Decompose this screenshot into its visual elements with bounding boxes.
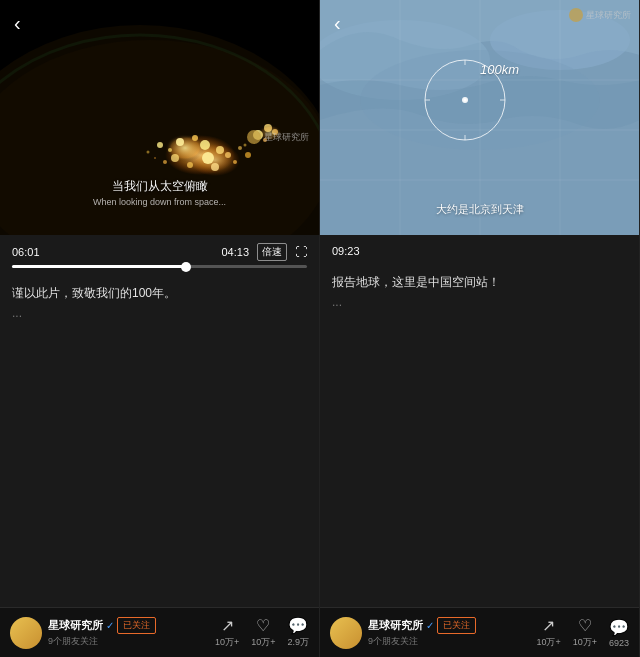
map-svg [320, 0, 639, 235]
left-action-icons: ↗ 10万+ ♡ 10万+ 💬 2.9万 [215, 616, 309, 649]
left-back-button[interactable]: ‹ [14, 12, 21, 35]
left-comment-icon: 💬 [288, 616, 308, 635]
left-verified-icon: ✓ [106, 620, 114, 631]
right-video-area[interactable]: 100km 星球研究所 大约是北京到天津 [320, 0, 639, 235]
right-author-avatar[interactable] [330, 617, 362, 649]
left-share-count: 10万+ [215, 636, 239, 649]
left-comment-count: 2.9万 [287, 636, 309, 649]
right-km-label: 100km [480, 62, 519, 77]
svg-point-11 [200, 140, 210, 150]
right-timestamp-area: 09:23 [320, 235, 639, 263]
left-progress-track[interactable] [12, 265, 307, 268]
right-author-name-row: 星球研究所 ✓ 已关注 [368, 617, 476, 634]
right-time-current: 09:23 [332, 245, 360, 257]
svg-point-8 [168, 148, 172, 152]
svg-point-10 [192, 135, 198, 141]
left-author-avatar[interactable] [10, 617, 42, 649]
right-verified-icon: ✓ [426, 620, 434, 631]
right-author-info: 星球研究所 ✓ 已关注 9个朋友关注 [368, 617, 476, 648]
left-subtitle-en: When looking down from space... [0, 197, 319, 207]
left-subtitle-zh: 当我们从太空俯瞰 [0, 178, 319, 195]
left-author-info: 星球研究所 ✓ 已关注 9个朋友关注 [48, 617, 156, 648]
left-author-name: 星球研究所 [48, 618, 103, 633]
right-author-section: 星球研究所 ✓ 已关注 9个朋友关注 [330, 617, 536, 649]
left-share-action[interactable]: ↗ 10万+ [215, 616, 239, 649]
left-like-icon: ♡ [256, 616, 270, 635]
right-like-action[interactable]: ♡ 10万+ [573, 616, 597, 649]
right-share-icon: ↗ [542, 616, 555, 635]
left-progress-thumb[interactable] [181, 262, 191, 272]
right-author-name: 星球研究所 [368, 618, 423, 633]
svg-point-28 [154, 157, 156, 159]
right-watermark-text: 星球研究所 [586, 9, 631, 22]
left-like-count: 10万+ [251, 636, 275, 649]
right-comment-icon: 💬 [609, 618, 629, 637]
right-panel: ‹ [320, 0, 640, 657]
svg-point-12 [216, 146, 224, 154]
svg-point-20 [238, 146, 242, 150]
right-back-button[interactable]: ‹ [334, 12, 341, 35]
svg-point-21 [245, 152, 251, 158]
right-description-area: 报告地球，这里是中国空间站！ ... [320, 263, 639, 607]
svg-point-6 [190, 144, 240, 176]
left-description-more[interactable]: ... [12, 306, 307, 320]
svg-point-7 [157, 142, 163, 148]
earth-scene: 星球研究所 当我们从太空俯瞰 When looking down from sp… [0, 0, 319, 235]
right-watermark-avatar [569, 8, 583, 22]
svg-point-14 [233, 160, 237, 164]
svg-point-19 [163, 160, 167, 164]
right-comment-count: 6923 [609, 638, 629, 648]
left-controls-right: 04:13 倍速 ⛶ [221, 243, 307, 261]
right-description-more[interactable]: ... [332, 295, 627, 309]
left-time-current: 06:01 [12, 246, 40, 258]
left-watermark-avatar [247, 130, 261, 144]
left-panel: ‹ [0, 0, 320, 657]
right-map-subtitle: 大约是北京到天津 [320, 202, 639, 217]
left-comment-action[interactable]: 💬 2.9万 [287, 616, 309, 649]
right-description-text: 报告地球，这里是中国空间站！ [332, 273, 627, 291]
left-author-followers: 9个朋友关注 [48, 635, 156, 648]
svg-point-17 [187, 162, 193, 168]
svg-point-27 [147, 151, 150, 154]
svg-point-13 [225, 152, 231, 158]
left-speed-button[interactable]: 倍速 [257, 243, 287, 261]
right-share-count: 10万+ [536, 636, 560, 649]
left-fullscreen-icon[interactable]: ⛶ [295, 245, 307, 259]
left-time-total: 04:13 [221, 246, 249, 258]
right-watermark: 星球研究所 [569, 8, 631, 22]
svg-point-15 [202, 152, 214, 164]
left-subtitle: 当我们从太空俯瞰 When looking down from space... [0, 178, 319, 207]
left-like-action[interactable]: ♡ 10万+ [251, 616, 275, 649]
left-description-text: 谨以此片，致敬我们的100年。 [12, 284, 307, 302]
left-watermark: 星球研究所 [247, 130, 309, 144]
left-author-name-row: 星球研究所 ✓ 已关注 [48, 617, 156, 634]
left-author-section: 星球研究所 ✓ 已关注 9个朋友关注 [10, 617, 215, 649]
left-description-area: 谨以此片，致敬我们的100年。 ... [0, 274, 319, 607]
left-follow-button[interactable]: 已关注 [117, 617, 156, 634]
svg-point-16 [211, 163, 219, 171]
right-action-icons: ↗ 10万+ ♡ 10万+ 💬 6923 [536, 616, 629, 649]
svg-point-42 [464, 99, 467, 102]
left-watermark-text: 星球研究所 [264, 131, 309, 144]
right-like-count: 10万+ [573, 636, 597, 649]
right-follow-button[interactable]: 已关注 [437, 617, 476, 634]
left-bottom-bar: 星球研究所 ✓ 已关注 9个朋友关注 ↗ 10万+ ♡ 10万+ 💬 2.9万 [0, 607, 319, 657]
map-scene: 100km 星球研究所 大约是北京到天津 [320, 0, 639, 235]
left-video-area[interactable]: 星球研究所 当我们从太空俯瞰 When looking down from sp… [0, 0, 319, 235]
svg-point-18 [171, 154, 179, 162]
left-time-row: 06:01 04:13 倍速 ⛶ [12, 243, 307, 261]
right-share-action[interactable]: ↗ 10万+ [536, 616, 560, 649]
right-bottom-bar: 星球研究所 ✓ 已关注 9个朋友关注 ↗ 10万+ ♡ 10万+ 💬 6923 [320, 607, 639, 657]
right-author-followers: 9个朋友关注 [368, 635, 476, 648]
left-share-icon: ↗ [221, 616, 234, 635]
svg-point-9 [176, 138, 184, 146]
right-comment-action[interactable]: 💬 6923 [609, 618, 629, 648]
left-progress-fill [12, 265, 186, 268]
left-progress-area: 06:01 04:13 倍速 ⛶ [0, 235, 319, 274]
right-like-icon: ♡ [578, 616, 592, 635]
